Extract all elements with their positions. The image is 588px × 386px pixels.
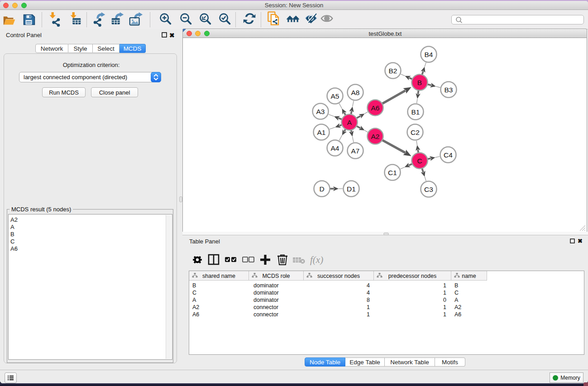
svg-text:C3: C3 [424,186,433,193]
svg-text:A5: A5 [331,92,339,100]
svg-text:A: A [347,119,352,126]
svg-text:C2: C2 [411,129,420,136]
svg-text:B4: B4 [425,51,433,58]
svg-text:C4: C4 [444,151,453,159]
svg-text:A8: A8 [351,89,360,96]
svg-text:A1: A1 [317,129,326,136]
svg-text:B1: B1 [411,108,420,116]
svg-text:B2: B2 [389,67,397,75]
svg-text:D1: D1 [347,185,356,193]
svg-text:f(x): f(x) [310,254,323,265]
svg-text:A2: A2 [371,133,380,140]
svg-text:A4: A4 [331,144,339,152]
svg-text:C1: C1 [388,169,397,176]
svg-text:A7: A7 [351,147,360,155]
svg-text:C: C [417,157,422,165]
svg-text:A3: A3 [316,108,325,115]
svg-text:B3: B3 [445,86,453,94]
svg-text:D: D [319,185,324,193]
svg-text:A6: A6 [371,104,380,112]
svg-text:B: B [417,79,422,86]
